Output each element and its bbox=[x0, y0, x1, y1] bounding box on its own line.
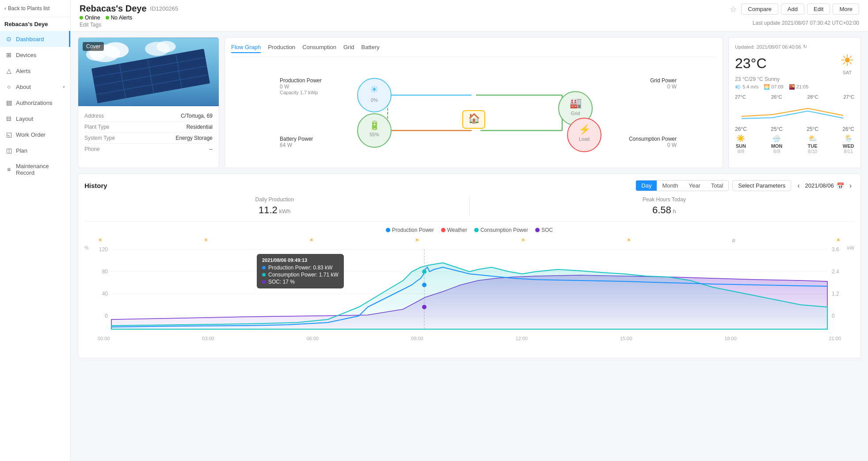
tab-grid[interactable]: Grid bbox=[343, 44, 354, 53]
hour-2: 26°C bbox=[771, 94, 782, 100]
sidebar-plant-name: Rebacas's Deye bbox=[0, 17, 70, 31]
edit-button[interactable]: Edit bbox=[807, 4, 830, 15]
sun-icons-row: ☀ ☀ ☀ ☀ ☀ ☀ ⌀ ☀ bbox=[84, 237, 854, 243]
plant-info-system-type: System Type Energy Storage bbox=[84, 133, 213, 144]
sidebar-item-about[interactable]: ○ About ▾ bbox=[0, 79, 70, 95]
back-to-plants[interactable]: ‹ Back to Plants list bbox=[0, 0, 70, 17]
svg-text:2.4: 2.4 bbox=[832, 269, 839, 275]
sidebar-item-maintenance[interactable]: ≡ Maintenance Record bbox=[0, 158, 70, 181]
history-nav: ‹ 2021/08/06 📅 › bbox=[795, 181, 854, 191]
history-stats: Daily Production 11.2 kWh Peak Hours Tod… bbox=[84, 196, 854, 222]
select-parameters-button[interactable]: Select Parameters bbox=[732, 180, 791, 191]
sun-icon-6: ☀ bbox=[626, 237, 632, 243]
edit-tags-link[interactable]: Edit Tags bbox=[80, 22, 178, 28]
add-button[interactable]: Add bbox=[781, 4, 804, 15]
more-button[interactable]: More bbox=[833, 4, 859, 15]
hour-1: 27°C bbox=[735, 94, 746, 100]
history-header: History Day Month Year Total Select Para… bbox=[84, 180, 854, 191]
battery-label: Battery Power 64 W bbox=[280, 136, 313, 148]
svg-point-25 bbox=[358, 114, 391, 147]
compare-button[interactable]: Compare bbox=[741, 4, 778, 15]
main-chart-svg: 120 80 40 0 3.6 2.4 1.2 0 bbox=[84, 245, 854, 334]
svg-text:🔋: 🔋 bbox=[369, 120, 380, 131]
svg-text:1.2: 1.2 bbox=[832, 291, 839, 297]
devices-icon: ⊞ bbox=[5, 51, 12, 58]
weather-day-sun: 26°C ☀️ SUN 8/8 bbox=[735, 126, 747, 154]
svg-text:40: 40 bbox=[102, 291, 108, 297]
svg-text:Load: Load bbox=[579, 136, 590, 142]
sidebar-item-workorder[interactable]: ◱ Work Order bbox=[0, 127, 70, 142]
svg-text:🏠: 🏠 bbox=[468, 112, 480, 124]
tab-flow-graph[interactable]: Flow Graph bbox=[231, 44, 261, 53]
svg-text:3.6: 3.6 bbox=[832, 246, 839, 253]
history-date: 2021/08/06 bbox=[805, 182, 834, 189]
weekly-forecast: 26°C ☀️ SUN 8/8 25°C 🌧️ MON 8/9 25°C ⛅ bbox=[735, 126, 854, 154]
favorite-icon[interactable]: ☆ bbox=[730, 4, 737, 14]
period-tab-day[interactable]: Day bbox=[636, 181, 657, 191]
alerts-label: No Alerts bbox=[111, 15, 133, 21]
svg-point-19 bbox=[358, 78, 391, 112]
svg-text:0: 0 bbox=[105, 313, 108, 319]
sidebar-item-label: Dashboard bbox=[16, 36, 44, 42]
weather-wind: 💨 5.4 m/s 🌅 07:09 🌇 21:05 bbox=[735, 84, 854, 90]
history-chart: ☀ ☀ ☀ ☀ ☀ ☀ ⌀ ☀ % kW bbox=[84, 237, 854, 352]
legend-production: Production Power bbox=[386, 227, 434, 233]
plant-info-section: Address C/Tortuga, 69 Plant Type Residen… bbox=[78, 106, 219, 159]
chart-legend: Production Power Weather Consumption Pow… bbox=[84, 227, 854, 233]
tab-consumption[interactable]: Consumption bbox=[302, 44, 336, 53]
svg-text:☀: ☀ bbox=[370, 84, 379, 95]
page-header: Rebacas's Deye ID1200265 Online No Alert… bbox=[71, 0, 868, 32]
hour-4: 27°C bbox=[843, 94, 854, 100]
svg-text:Grid: Grid bbox=[571, 111, 580, 116]
svg-text:⚡: ⚡ bbox=[579, 123, 591, 135]
svg-point-48 bbox=[422, 269, 426, 274]
page-title: Rebacas's Deye bbox=[80, 4, 147, 14]
alerts-icon: △ bbox=[5, 67, 12, 74]
calendar-button[interactable]: 📅 bbox=[837, 182, 844, 189]
refresh-icon[interactable]: ↻ bbox=[803, 44, 807, 50]
flow-tabs: Flow Graph Production Consumption Grid B… bbox=[231, 44, 716, 57]
weather-description: 23 °C/29 °C Sunny bbox=[735, 76, 854, 82]
x-label-5: 15:00 bbox=[620, 336, 632, 341]
chevron-down-icon: ▾ bbox=[63, 85, 65, 89]
sun-icon-7: ⌀ bbox=[732, 237, 735, 243]
history-card: History Day Month Year Total Select Para… bbox=[78, 173, 861, 358]
about-icon: ○ bbox=[5, 83, 12, 90]
sidebar-item-authorizations[interactable]: ▤ Authorizations bbox=[0, 95, 70, 111]
back-arrow-icon: ‹ bbox=[4, 5, 6, 12]
x-label-2: 06:00 bbox=[307, 336, 319, 341]
legend-dot-consumption bbox=[474, 228, 479, 232]
sidebar-item-plan[interactable]: ◫ Plan bbox=[0, 142, 70, 158]
legend-consumption: Consumption Power bbox=[474, 227, 528, 233]
grid-label: Grid Power 0 W bbox=[650, 77, 677, 90]
sun-icon-8: ☀ bbox=[836, 237, 841, 243]
weather-updated: Updated: 2021/08/07 06:40:06 ↻ bbox=[735, 44, 854, 50]
svg-text:0%: 0% bbox=[371, 97, 378, 103]
online-label: Online bbox=[85, 15, 100, 21]
prev-date-button[interactable]: ‹ bbox=[795, 181, 802, 191]
svg-text:🏭: 🏭 bbox=[570, 97, 582, 109]
y-axis-right-label: kW bbox=[847, 245, 854, 250]
sidebar-item-alerts[interactable]: △ Alerts bbox=[0, 63, 70, 79]
tab-production[interactable]: Production bbox=[268, 44, 295, 53]
stat-divider bbox=[469, 196, 470, 216]
top-row: Cover Address C/Tortuga, 69 Plant Type R… bbox=[78, 37, 861, 168]
hour-3: 28°C bbox=[807, 94, 819, 100]
x-label-1: 03:00 bbox=[202, 336, 214, 341]
sun-icon-4: ☀ bbox=[415, 237, 420, 243]
period-tab-year[interactable]: Year bbox=[684, 181, 706, 191]
flow-graph-card: Flow Graph Production Consumption Grid B… bbox=[225, 37, 723, 168]
plant-info-address: Address C/Tortuga, 69 bbox=[84, 111, 213, 122]
history-controls: Day Month Year Total Select Parameters ‹… bbox=[636, 180, 854, 191]
authorizations-icon: ▤ bbox=[5, 99, 12, 106]
period-tab-total[interactable]: Total bbox=[706, 181, 728, 191]
sidebar-item-layout[interactable]: ⊟ Layout bbox=[0, 111, 70, 127]
weather-day-mon: 25°C 🌧️ MON 8/9 bbox=[771, 126, 783, 154]
svg-point-5 bbox=[156, 41, 176, 52]
sidebar-item-dashboard[interactable]: ⊙ Dashboard bbox=[0, 31, 70, 47]
sidebar-item-devices[interactable]: ⊞ Devices bbox=[0, 47, 70, 63]
tab-battery[interactable]: Battery bbox=[362, 44, 380, 53]
next-date-button[interactable]: › bbox=[847, 181, 854, 191]
sun-icon-2: ☀ bbox=[203, 237, 209, 243]
period-tab-month[interactable]: Month bbox=[657, 181, 683, 191]
